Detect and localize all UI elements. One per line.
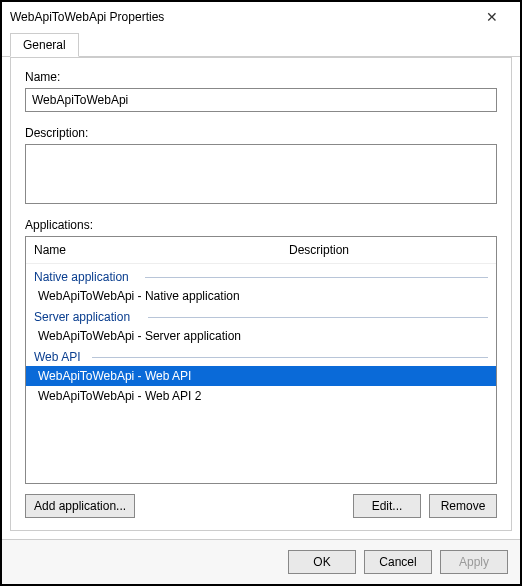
name-field[interactable] [25, 88, 497, 112]
cancel-button[interactable]: Cancel [364, 550, 432, 574]
app-item[interactable]: WebApiToWebApi - Web API 2 [26, 386, 496, 406]
app-item[interactable]: WebApiToWebApi - Web API [26, 366, 496, 386]
applications-buttons: Add application... Edit... Remove [25, 494, 497, 518]
close-icon[interactable]: ✕ [472, 9, 512, 25]
description-label: Description: [25, 126, 497, 140]
name-label: Name: [25, 70, 497, 84]
applications-body: Native applicationWebApiToWebApi - Nativ… [26, 264, 496, 483]
edit-button[interactable]: Edit... [353, 494, 421, 518]
applications-label: Applications: [25, 218, 497, 232]
app-group-heading: Native application [26, 266, 496, 286]
applications-columns: Name Description [26, 237, 496, 264]
description-field[interactable] [25, 144, 497, 204]
add-application-button[interactable]: Add application... [25, 494, 135, 518]
apply-button[interactable]: Apply [440, 550, 508, 574]
properties-dialog: WebApiToWebApi Properties ✕ General Name… [0, 0, 522, 586]
dialog-footer: OK Cancel Apply [2, 539, 520, 584]
applications-list: Name Description Native applicationWebAp… [25, 236, 497, 484]
general-pane: Name: Description: Applications: Name De… [10, 57, 512, 531]
window-title: WebApiToWebApi Properties [10, 10, 472, 24]
app-item[interactable]: WebApiToWebApi - Server application [26, 326, 496, 346]
tab-general[interactable]: General [10, 33, 79, 57]
titlebar: WebApiToWebApi Properties ✕ [2, 2, 520, 32]
app-group-heading: Web API [26, 346, 496, 366]
app-item[interactable]: WebApiToWebApi - Native application [26, 286, 496, 306]
app-group-heading: Server application [26, 306, 496, 326]
column-description[interactable]: Description [289, 243, 488, 257]
column-name[interactable]: Name [34, 243, 289, 257]
remove-button[interactable]: Remove [429, 494, 497, 518]
ok-button[interactable]: OK [288, 550, 356, 574]
tab-strip: General [2, 32, 520, 57]
